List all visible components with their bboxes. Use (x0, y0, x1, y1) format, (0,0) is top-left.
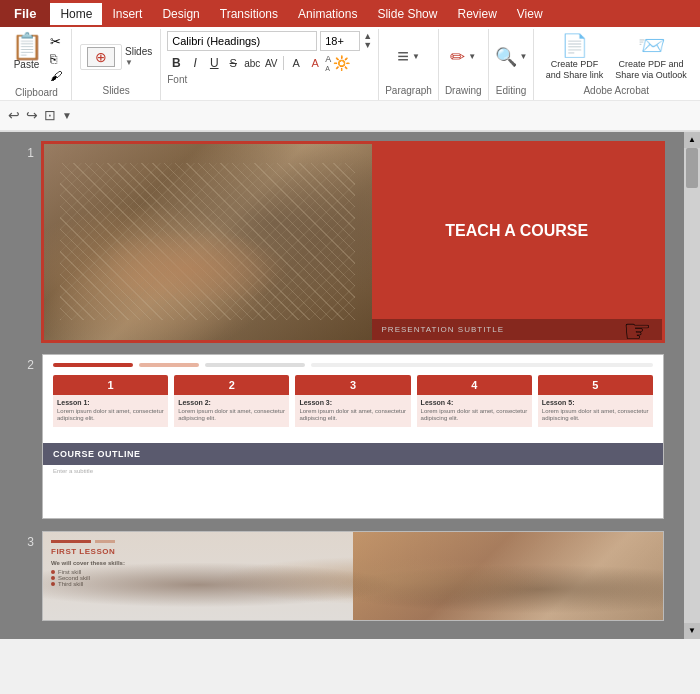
scroll-up-button[interactable]: ▲ (684, 132, 700, 148)
editing-dropdown[interactable]: ▼ (520, 52, 528, 61)
slide-2-cards: 1 Lesson 1: Lorem ipsum dolor sit amet, … (53, 375, 653, 428)
slides-group-label: Slides (103, 83, 130, 98)
underline-button[interactable]: U (205, 54, 223, 72)
menu-home[interactable]: Home (50, 3, 102, 25)
card-4-number: 4 (417, 375, 532, 395)
paste-icon: 📋 (11, 33, 43, 59)
slide-2-line-red (53, 363, 133, 367)
slide-1-subtitle-bar: PRESENTATION SUBTITLE (372, 319, 662, 340)
menu-review[interactable]: Review (447, 3, 506, 25)
slide-3-photo (353, 532, 663, 620)
slide-3-thumbnail[interactable]: FIRST LESSON We will cover these skills:… (42, 531, 664, 621)
card-2-title: Lesson 2: (178, 399, 285, 406)
card-1-number: 1 (53, 375, 168, 395)
scroll-thumb[interactable] (686, 148, 698, 188)
slide-2-content: 1 Lesson 1: Lorem ipsum dolor sit amet, … (43, 355, 663, 444)
slide-2-lines (53, 363, 653, 367)
paragraph-icon[interactable]: ≡ (397, 45, 409, 68)
drawing-label: Drawing (445, 83, 482, 98)
scroll-track[interactable] (684, 148, 700, 623)
quick-access-toolbar: ↩ ↪ ⊡ ▼ (0, 101, 700, 131)
format-icon[interactable]: ⊡ (44, 107, 56, 123)
cursor-hand: ☞ (623, 312, 652, 342)
slide-panel[interactable]: 1 TEACH A COURSE (0, 132, 684, 639)
card-4-body: Lesson 4: Lorem ipsum dolor sit amet, co… (417, 395, 532, 428)
card-3-number: 3 (295, 375, 410, 395)
ribbon: 📋 Paste ✂ ⎘ 🖌 Clipboard (0, 27, 700, 132)
editing-label: Editing (496, 83, 527, 98)
font-highlight-button[interactable]: A (306, 54, 324, 72)
pdf-outlook-label: Create PDF andShare via Outlook (615, 59, 687, 81)
slide-2-line-orange (139, 363, 199, 367)
paragraph-group: ≡ ▼ Paragraph (379, 29, 439, 100)
slide-1-thumbnail[interactable]: TEACH A COURSE PRESENTATION SUBTITLE ☞ (42, 142, 664, 342)
slide-1-title: TEACH A COURSE (445, 221, 588, 242)
editing-icon[interactable]: 🔍 (495, 46, 517, 68)
font-size-aa-large[interactable]: A (325, 54, 331, 64)
paragraph-dropdown[interactable]: ▼ (412, 52, 420, 61)
font-group: Calibri (Headings) 18+ ▲ ▼ B I U S abc A… (161, 29, 379, 100)
slide-2-wrapper: 2 1 Lesson 1: (20, 354, 664, 519)
font-size-decrease[interactable]: ▼ (363, 41, 372, 50)
menu-animations[interactable]: Animations (288, 3, 367, 25)
font-size-selector[interactable]: 18+ (320, 31, 360, 51)
slides-label[interactable]: Slides (125, 46, 152, 57)
slide-2-thumbnail[interactable]: 1 Lesson 1: Lorem ipsum dolor sit amet, … (42, 354, 664, 519)
file-menu-button[interactable]: File (0, 0, 50, 27)
format-painter-button[interactable]: 🖌 (47, 68, 65, 84)
hands-overlay (110, 222, 307, 300)
menu-design[interactable]: Design (152, 3, 209, 25)
card-1-body: Lesson 1: Lorem ipsum dolor sit amet, co… (53, 395, 168, 428)
bold-button[interactable]: B (167, 54, 185, 72)
menu-view[interactable]: View (507, 3, 553, 25)
cut-icon: ✂ (50, 34, 61, 49)
italic-button[interactable]: I (186, 54, 204, 72)
cut-button[interactable]: ✂ (47, 33, 65, 50)
copy-button[interactable]: ⎘ (47, 51, 65, 67)
slide-2-sub: Enter a subtitle (43, 465, 663, 477)
strikethrough-button[interactable]: S (224, 54, 242, 72)
paste-button[interactable]: 📋 Paste (9, 31, 45, 72)
font-size-aa-small[interactable]: A (325, 65, 331, 72)
slide-2-card-1: 1 Lesson 1: Lorem ipsum dolor sit amet, … (53, 375, 168, 428)
more-icon[interactable]: ▼ (62, 110, 72, 121)
charspacing-button[interactable]: AV (262, 54, 280, 72)
redo-icon[interactable]: ↪ (26, 107, 38, 123)
new-slide-icon: ⊕ (87, 47, 115, 67)
pdf-share-icon: 📄 (561, 33, 588, 59)
menu-slideshow[interactable]: Slide Show (367, 3, 447, 25)
format-painter-icon: 🖌 (50, 69, 62, 83)
card-3-body: Lesson 3: Lorem ipsum dolor sit amet, co… (295, 395, 410, 428)
slide-3-wrapper: 3 FIRST LESSON We will cover these skill… (20, 531, 664, 621)
clear-format-button[interactable]: 🔆 (332, 54, 350, 72)
slide-2-card-3: 3 Lesson 3: Lorem ipsum dolor sit amet, … (295, 375, 410, 428)
slide-1-orange-panel: TEACH A COURSE PRESENTATION SUBTITLE (372, 144, 662, 340)
people-overlay (353, 532, 663, 620)
create-pdf-share-link-button[interactable]: 📄 Create PDFand Share link (544, 31, 606, 83)
slide-1-photo (44, 144, 372, 340)
slide-2-card-5: 5 Lesson 5: Lorem ipsum dolor sit amet, … (538, 375, 653, 428)
menu-items: Home Insert Design Transitions Animation… (50, 3, 552, 25)
slide-2-line-gray (205, 363, 305, 367)
card-5-title: Lesson 5: (542, 399, 649, 406)
pdf-outlook-icon: 📨 (638, 33, 665, 59)
font-size-arrows: ▲ ▼ (363, 32, 372, 50)
slide-2-card-2: 2 Lesson 2: Lorem ipsum dolor sit amet, … (174, 375, 289, 428)
drawing-dropdown[interactable]: ▼ (468, 52, 476, 61)
create-pdf-outlook-button[interactable]: 📨 Create PDF andShare via Outlook (613, 31, 689, 83)
font-color-button[interactable]: A (287, 54, 305, 72)
new-slide-button[interactable]: ⊕ (80, 44, 122, 70)
menu-transitions[interactable]: Transitions (210, 3, 288, 25)
scrollbar: ▲ ▼ (684, 132, 700, 639)
slides-group: ⊕ Slides ▼ Slides (72, 29, 161, 100)
slide-1-number: 1 (20, 142, 34, 160)
scroll-down-button[interactable]: ▼ (684, 623, 700, 639)
drawing-icon[interactable]: ✏ (450, 46, 465, 68)
slide-3-photo-bg (353, 532, 663, 620)
pdf-share-label: Create PDFand Share link (546, 59, 604, 81)
font-name-selector[interactable]: Calibri (Headings) (167, 31, 317, 51)
shadow-button[interactable]: abc (243, 54, 261, 72)
card-5-body: Lesson 5: Lorem ipsum dolor sit amet, co… (538, 395, 653, 428)
menu-insert[interactable]: Insert (102, 3, 152, 25)
undo-icon[interactable]: ↩ (8, 107, 20, 123)
